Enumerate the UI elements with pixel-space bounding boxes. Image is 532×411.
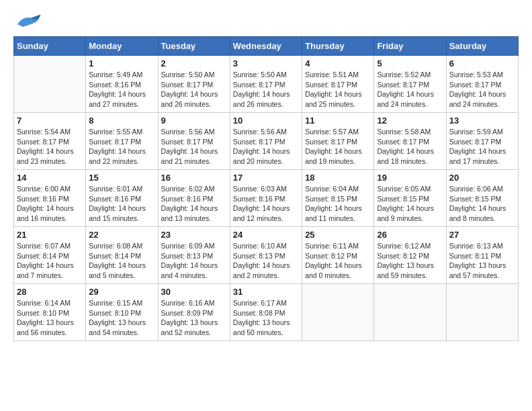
day-number: 12 bbox=[377, 116, 443, 126]
day-info: Sunrise: 5:53 AMSunset: 8:17 PMDaylight:… bbox=[449, 70, 515, 109]
weekday-header-sunday: Sunday bbox=[14, 37, 86, 56]
day-number: 14 bbox=[17, 173, 83, 183]
day-info: Sunrise: 6:02 AMSunset: 8:16 PMDaylight:… bbox=[161, 184, 227, 224]
day-info: Sunrise: 5:57 AMSunset: 8:17 PMDaylight:… bbox=[305, 127, 371, 167]
calendar-cell: 20Sunrise: 6:06 AMSunset: 8:15 PMDayligh… bbox=[446, 170, 518, 227]
calendar-cell bbox=[302, 284, 374, 341]
calendar-cell: 4Sunrise: 5:51 AMSunset: 8:17 PMDaylight… bbox=[302, 56, 374, 113]
calendar-cell: 17Sunrise: 6:03 AMSunset: 8:16 PMDayligh… bbox=[230, 170, 302, 227]
calendar-cell: 11Sunrise: 5:57 AMSunset: 8:17 PMDayligh… bbox=[302, 113, 374, 170]
day-info: Sunrise: 5:55 AMSunset: 8:17 PMDaylight:… bbox=[89, 127, 154, 167]
calendar-cell: 5Sunrise: 5:52 AMSunset: 8:17 PMDaylight… bbox=[374, 56, 446, 113]
day-info: Sunrise: 6:05 AMSunset: 8:15 PMDaylight:… bbox=[377, 184, 443, 224]
day-number: 9 bbox=[161, 116, 227, 126]
day-number: 16 bbox=[161, 173, 227, 183]
day-info: Sunrise: 5:56 AMSunset: 8:17 PMDaylight:… bbox=[161, 127, 227, 167]
day-number: 26 bbox=[377, 230, 443, 240]
day-number: 31 bbox=[233, 287, 299, 297]
day-number: 6 bbox=[449, 58, 515, 68]
day-info: Sunrise: 6:09 AMSunset: 8:13 PMDaylight:… bbox=[161, 241, 227, 281]
calendar-header-row: SundayMondayTuesdayWednesdayThursdayFrid… bbox=[14, 37, 519, 56]
calendar-cell: 23Sunrise: 6:09 AMSunset: 8:13 PMDayligh… bbox=[158, 227, 230, 284]
day-info: Sunrise: 6:16 AMSunset: 8:09 PMDaylight:… bbox=[161, 298, 227, 338]
calendar-cell: 25Sunrise: 6:11 AMSunset: 8:12 PMDayligh… bbox=[302, 227, 374, 284]
calendar-cell: 16Sunrise: 6:02 AMSunset: 8:16 PMDayligh… bbox=[158, 170, 230, 227]
day-info: Sunrise: 5:50 AMSunset: 8:17 PMDaylight:… bbox=[161, 70, 227, 109]
calendar-cell: 22Sunrise: 6:08 AMSunset: 8:14 PMDayligh… bbox=[86, 227, 158, 284]
day-number: 5 bbox=[377, 58, 443, 68]
day-number: 27 bbox=[449, 230, 515, 240]
day-info: Sunrise: 6:13 AMSunset: 8:11 PMDaylight:… bbox=[449, 241, 515, 281]
day-number: 21 bbox=[17, 230, 83, 240]
calendar-cell: 18Sunrise: 6:04 AMSunset: 8:15 PMDayligh… bbox=[302, 170, 374, 227]
day-number: 2 bbox=[161, 58, 227, 68]
day-number: 7 bbox=[17, 116, 83, 126]
day-info: Sunrise: 6:08 AMSunset: 8:14 PMDaylight:… bbox=[89, 241, 154, 281]
calendar-cell: 26Sunrise: 6:12 AMSunset: 8:12 PMDayligh… bbox=[374, 227, 446, 284]
day-number: 22 bbox=[89, 230, 154, 240]
day-number: 4 bbox=[305, 58, 371, 68]
calendar-cell: 14Sunrise: 6:00 AMSunset: 8:16 PMDayligh… bbox=[14, 170, 86, 227]
calendar-cell: 12Sunrise: 5:58 AMSunset: 8:17 PMDayligh… bbox=[374, 113, 446, 170]
calendar-cell: 2Sunrise: 5:50 AMSunset: 8:17 PMDaylight… bbox=[158, 56, 230, 113]
calendar-cell: 27Sunrise: 6:13 AMSunset: 8:11 PMDayligh… bbox=[446, 227, 518, 284]
day-info: Sunrise: 6:00 AMSunset: 8:16 PMDaylight:… bbox=[17, 184, 83, 224]
weekday-header-tuesday: Tuesday bbox=[158, 37, 230, 56]
day-info: Sunrise: 6:14 AMSunset: 8:10 PMDaylight:… bbox=[17, 298, 83, 338]
day-number: 28 bbox=[17, 287, 83, 297]
week-row-2: 7Sunrise: 5:54 AMSunset: 8:17 PMDaylight… bbox=[14, 113, 519, 170]
day-number: 19 bbox=[377, 173, 443, 183]
calendar-cell: 8Sunrise: 5:55 AMSunset: 8:17 PMDaylight… bbox=[86, 113, 158, 170]
day-info: Sunrise: 5:51 AMSunset: 8:17 PMDaylight:… bbox=[305, 70, 371, 109]
weekday-header-monday: Monday bbox=[86, 37, 158, 56]
day-info: Sunrise: 5:52 AMSunset: 8:17 PMDaylight:… bbox=[377, 70, 443, 109]
day-number: 15 bbox=[89, 173, 154, 183]
logo-bird-icon bbox=[15, 13, 42, 30]
day-info: Sunrise: 6:10 AMSunset: 8:13 PMDaylight:… bbox=[233, 241, 299, 281]
calendar-cell: 28Sunrise: 6:14 AMSunset: 8:10 PMDayligh… bbox=[14, 284, 86, 341]
day-number: 24 bbox=[233, 230, 299, 240]
day-number: 8 bbox=[89, 116, 154, 126]
day-number: 10 bbox=[233, 116, 299, 126]
weekday-header-thursday: Thursday bbox=[302, 37, 374, 56]
day-number: 18 bbox=[305, 173, 371, 183]
calendar-cell: 6Sunrise: 5:53 AMSunset: 8:17 PMDaylight… bbox=[446, 56, 518, 113]
page-header bbox=[13, 13, 519, 30]
calendar-cell: 13Sunrise: 5:59 AMSunset: 8:17 PMDayligh… bbox=[446, 113, 518, 170]
day-info: Sunrise: 6:01 AMSunset: 8:16 PMDaylight:… bbox=[89, 184, 154, 224]
day-info: Sunrise: 5:59 AMSunset: 8:17 PMDaylight:… bbox=[449, 127, 515, 167]
calendar-cell: 10Sunrise: 5:56 AMSunset: 8:17 PMDayligh… bbox=[230, 113, 302, 170]
calendar-cell: 24Sunrise: 6:10 AMSunset: 8:13 PMDayligh… bbox=[230, 227, 302, 284]
week-row-3: 14Sunrise: 6:00 AMSunset: 8:16 PMDayligh… bbox=[14, 170, 519, 227]
week-row-4: 21Sunrise: 6:07 AMSunset: 8:14 PMDayligh… bbox=[14, 227, 519, 284]
day-number: 23 bbox=[161, 230, 227, 240]
calendar-cell: 1Sunrise: 5:49 AMSunset: 8:16 PMDaylight… bbox=[86, 56, 158, 113]
calendar-cell: 7Sunrise: 5:54 AMSunset: 8:17 PMDaylight… bbox=[14, 113, 86, 170]
calendar-cell: 30Sunrise: 6:16 AMSunset: 8:09 PMDayligh… bbox=[158, 284, 230, 341]
day-number: 30 bbox=[161, 287, 227, 297]
week-row-5: 28Sunrise: 6:14 AMSunset: 8:10 PMDayligh… bbox=[14, 284, 519, 341]
day-number: 13 bbox=[449, 116, 515, 126]
day-info: Sunrise: 6:07 AMSunset: 8:14 PMDaylight:… bbox=[17, 241, 83, 281]
day-number: 29 bbox=[89, 287, 154, 297]
day-info: Sunrise: 5:58 AMSunset: 8:17 PMDaylight:… bbox=[377, 127, 443, 167]
day-info: Sunrise: 5:50 AMSunset: 8:17 PMDaylight:… bbox=[233, 70, 299, 109]
calendar-cell bbox=[374, 284, 446, 341]
day-number: 3 bbox=[233, 58, 299, 68]
weekday-header-saturday: Saturday bbox=[446, 37, 518, 56]
day-number: 1 bbox=[89, 58, 154, 68]
day-info: Sunrise: 5:49 AMSunset: 8:16 PMDaylight:… bbox=[89, 70, 154, 109]
calendar-cell: 15Sunrise: 6:01 AMSunset: 8:16 PMDayligh… bbox=[86, 170, 158, 227]
calendar-cell bbox=[14, 56, 86, 113]
calendar-cell bbox=[446, 284, 518, 341]
day-number: 25 bbox=[305, 230, 371, 240]
weekday-header-wednesday: Wednesday bbox=[230, 37, 302, 56]
day-number: 17 bbox=[233, 173, 299, 183]
day-info: Sunrise: 6:12 AMSunset: 8:12 PMDaylight:… bbox=[377, 241, 443, 281]
calendar-cell: 21Sunrise: 6:07 AMSunset: 8:14 PMDayligh… bbox=[14, 227, 86, 284]
day-info: Sunrise: 5:54 AMSunset: 8:17 PMDaylight:… bbox=[17, 127, 83, 167]
logo bbox=[13, 13, 42, 30]
calendar-table: SundayMondayTuesdayWednesdayThursdayFrid… bbox=[13, 36, 519, 341]
day-info: Sunrise: 5:56 AMSunset: 8:17 PMDaylight:… bbox=[233, 127, 299, 167]
day-number: 11 bbox=[305, 116, 371, 126]
